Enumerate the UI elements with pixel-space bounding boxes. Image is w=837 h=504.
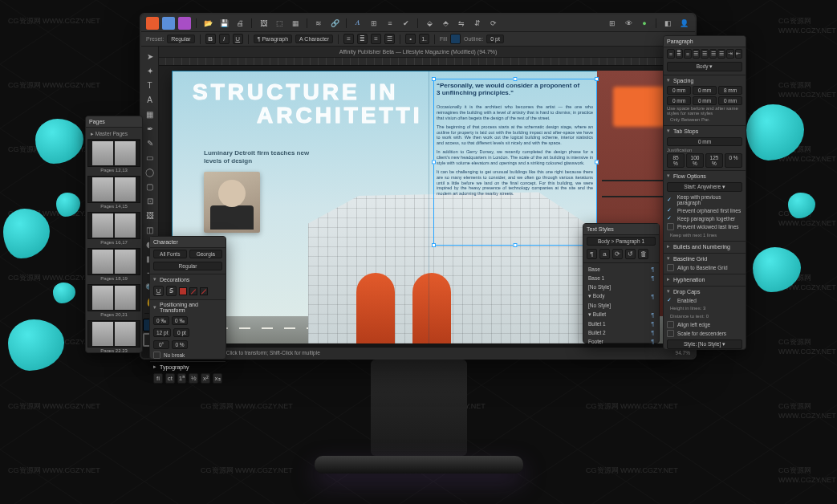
account-icon[interactable]: 👤 [677, 17, 690, 30]
preflight-pass-icon[interactable]: ● [638, 17, 651, 30]
artistic-text-tool-icon[interactable]: A [143, 93, 157, 106]
para-style-dropdown[interactable]: Body ▾ [667, 62, 742, 71]
fractions-icon[interactable]: ½ [189, 373, 198, 384]
list-number-icon[interactable]: 1. [419, 34, 429, 44]
dc-scale-desc[interactable]: Scale for descenders [664, 329, 746, 338]
italic-button[interactable]: I [219, 34, 230, 44]
align-icon[interactable]: ≡ [384, 17, 396, 30]
just-max[interactable]: 125 % [705, 153, 723, 168]
space-after[interactable]: 0 mm [718, 96, 742, 105]
para-align-towards[interactable]: ⇥ [726, 49, 734, 59]
place-icon[interactable]: ⬚ [273, 17, 286, 30]
text-style-item[interactable]: ▾ Body¶ [583, 291, 659, 301]
arrange-front-icon[interactable]: ⬘ [439, 17, 452, 30]
font-style-dropdown[interactable]: Regular [153, 262, 222, 270]
keep-together-check[interactable]: Keep paragraph together [664, 214, 746, 222]
paragraph-style-dropdown[interactable]: ¶ Paragraph [254, 35, 292, 43]
text-style-item[interactable]: Footer¶ [583, 337, 659, 346]
para-align-right[interactable]: ≡ [684, 49, 692, 59]
ts-update-icon[interactable]: ⟳ [612, 249, 623, 259]
picture-frame-tool-icon[interactable]: ⊡ [143, 194, 157, 207]
dc-distance[interactable]: Distance to text: 0 [667, 314, 712, 319]
rounded-rect-tool-icon[interactable]: ▢ [143, 180, 157, 193]
just-min[interactable]: 85 % [667, 153, 685, 168]
leading-override-field[interactable]: 0 pt [173, 328, 189, 337]
flow-start[interactable]: Start: Anywhere ▾ [667, 182, 742, 192]
headline-text[interactable]: STRUCTURE IN ARCHITETTI [193, 80, 422, 128]
fill-swatch[interactable] [450, 34, 461, 44]
decorations-section[interactable]: Decorations [150, 274, 226, 284]
preset-dropdown[interactable]: Regular [167, 35, 195, 43]
pencil-tool-icon[interactable]: ✎ [143, 136, 157, 149]
ts-delete-icon[interactable]: 🗑 [638, 249, 648, 259]
hyph-section[interactable]: Hyphenation [664, 274, 746, 284]
pages-panel[interactable]: Pages ▸ Master Pages Pages 12,13Pages 14… [85, 116, 143, 353]
first-indent[interactable]: 8 mm [718, 86, 742, 95]
ellipse-tool-icon[interactable]: ◯ [143, 165, 157, 178]
text-style-item[interactable]: [No Style] [583, 301, 659, 310]
flip-h-icon[interactable]: ⇋ [455, 17, 468, 30]
character-panel[interactable]: Character All Fonts Georgia Regular Deco… [149, 236, 226, 360]
keep-next[interactable]: Keep with next 1 lines [667, 233, 720, 238]
text-style-item[interactable]: Base¶ [583, 265, 659, 274]
list-bullet-icon[interactable]: • [405, 34, 416, 44]
rotate-icon[interactable]: ⟳ [487, 17, 500, 30]
dc-align-left[interactable]: Align left edge [664, 320, 746, 329]
frame-text-tool-icon[interactable]: T [143, 79, 157, 91]
print-icon[interactable]: 🖨 [234, 17, 246, 30]
shear-field[interactable]: 0° [153, 340, 169, 349]
current-style[interactable]: Body > Paragraph 1 [587, 237, 656, 246]
strikethrough-toggle[interactable]: S̶ [166, 286, 177, 296]
char-stroke-swatch[interactable] [200, 287, 208, 295]
space-before[interactable]: 0 mm [693, 96, 717, 105]
font-collection-dropdown[interactable]: All Fonts [153, 250, 187, 258]
text-style-item[interactable]: Bullet 2¶ [583, 328, 659, 337]
align-right-icon[interactable]: ≡ [371, 34, 381, 44]
text-style-item[interactable]: Bullet 1¶ [583, 319, 659, 328]
flip-v-icon[interactable]: ⇵ [471, 17, 484, 30]
text-styles-panel[interactable]: Text Styles Body > Paragraph 1 ¶ a ⟳ ↺ 🗑… [583, 223, 660, 343]
flow-section[interactable]: Flow Options [664, 170, 746, 181]
outline-width[interactable]: 0 pt [486, 35, 504, 43]
text-flow-icon[interactable]: ≋ [312, 17, 325, 30]
page-thumbnail[interactable]: Pages 12,13 [87, 140, 140, 173]
right-indent[interactable]: 0 mm [693, 86, 717, 95]
para-align-center[interactable]: ≣ [676, 49, 684, 59]
position-section[interactable]: Positioning and Transform [150, 299, 226, 315]
ts-reset-icon[interactable]: ↺ [625, 249, 636, 259]
contextual-alt-icon[interactable]: ct [165, 373, 175, 384]
para-justify-all[interactable]: ☰ [717, 49, 725, 59]
left-indent[interactable]: 0 mm [667, 86, 691, 95]
vector-crop-tool-icon[interactable]: ◫ [143, 223, 157, 236]
dropcaps-section[interactable]: Drop Caps [664, 286, 746, 296]
underline-toggle[interactable]: U [153, 286, 164, 296]
tab-default[interactable]: 0 mm [667, 137, 742, 146]
align-center-icon[interactable]: ≣ [357, 34, 368, 44]
page-thumbnail[interactable]: Pages 20,21 [87, 284, 140, 317]
author-photo[interactable] [204, 172, 260, 233]
para-justify-left[interactable]: ☰ [693, 49, 701, 59]
standard-ligatures-icon[interactable]: fi [153, 373, 163, 384]
para-align-away[interactable]: ⇤ [735, 49, 743, 59]
font-family-dropdown[interactable]: Georgia [189, 250, 223, 258]
baseline-field[interactable]: 12 pt [153, 328, 171, 337]
widow-check[interactable]: Prevent widowed last lines [664, 222, 746, 231]
persona-publisher-icon[interactable] [146, 17, 159, 30]
text-style-item[interactable]: [No Style] [583, 282, 659, 291]
save-icon[interactable]: 💾 [217, 17, 230, 30]
bullets-section[interactable]: Bullets and Numbering [664, 241, 746, 251]
page-thumbnail[interactable]: Pages 22,23 [87, 320, 140, 352]
snap-icon[interactable]: ⊞ [606, 17, 619, 30]
pull-quote[interactable]: “Personally, we would consider a propone… [437, 82, 581, 96]
ordinals-icon[interactable]: 1ª [177, 373, 187, 384]
link-icon[interactable]: 🔗 [328, 17, 341, 30]
paragraph-panel[interactable]: Paragraph ≡ ≣ ≡ ☰ ☰ ☰ ☰ ⇥ ⇤ Body ▾ Spaci… [663, 35, 746, 350]
table-icon[interactable]: ▦ [289, 17, 302, 30]
underline-button[interactable]: U [233, 34, 243, 44]
place-image-tool-icon[interactable]: 🖼 [143, 209, 157, 222]
character-style-dropdown[interactable]: A Character [295, 35, 333, 43]
table-tool-icon[interactable]: ▦ [143, 108, 157, 120]
grid-section[interactable]: Baseline Grid [664, 253, 746, 263]
dc-lines[interactable]: Height in lines: 3 [667, 306, 709, 311]
tabs-section[interactable]: Tab Stops [664, 125, 746, 136]
